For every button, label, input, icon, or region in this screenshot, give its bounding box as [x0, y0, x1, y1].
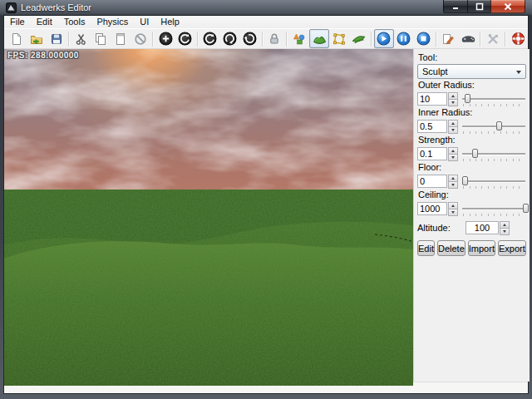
import-button[interactable]: Import — [468, 240, 495, 256]
tool-dropdown[interactable]: Sculpt — [417, 64, 526, 79]
inner-radius-row — [417, 119, 526, 134]
rotate-view-icon — [178, 32, 192, 46]
rotate-view-button[interactable] — [175, 29, 195, 48]
menu-physics[interactable]: Physics — [91, 16, 134, 28]
orbit-view-1-button[interactable] — [200, 29, 220, 48]
save-button[interactable] — [47, 29, 66, 48]
floor-label: Floor: — [418, 162, 526, 172]
close-icon — [501, 1, 515, 12]
maximize-button[interactable] — [468, 0, 490, 13]
objects-button[interactable] — [289, 29, 309, 48]
slider-ticks — [463, 214, 525, 216]
minimize-button[interactable] — [443, 0, 468, 13]
menu-bar: File Edit Tools Physics UI Help — [4, 16, 528, 28]
spinner-up-button[interactable] — [448, 175, 458, 181]
spinner-up-button[interactable] — [448, 202, 458, 209]
app-window: Leadwerks Editor File Edit Tools Physics… — [0, 0, 532, 399]
floor-input[interactable] — [417, 175, 447, 188]
game-controller-icon — [461, 32, 475, 46]
copy-button[interactable] — [91, 29, 111, 48]
menu-ui[interactable]: UI — [134, 16, 155, 28]
triangle-down-icon — [503, 230, 506, 233]
menu-tools[interactable]: Tools — [58, 16, 91, 28]
slider-thumb[interactable] — [465, 94, 470, 103]
strength-slider[interactable] — [461, 147, 526, 161]
spinner-down-button[interactable] — [448, 209, 458, 216]
pause-button[interactable] — [394, 29, 414, 48]
lock-icon — [268, 32, 281, 46]
cancel-button[interactable] — [131, 29, 150, 48]
ceiling-slider[interactable] — [461, 202, 526, 216]
terrain-scene — [4, 49, 413, 386]
menu-help[interactable]: Help — [155, 16, 185, 28]
add-view-button[interactable] — [155, 29, 175, 48]
help-lifesaver-icon — [511, 32, 525, 46]
triangle-down-icon — [451, 156, 455, 159]
close-button[interactable] — [490, 0, 525, 13]
slider-thumb[interactable] — [523, 204, 529, 213]
save-icon — [50, 32, 63, 46]
viewport-3d[interactable]: FPS: 288.000000 — [4, 49, 413, 382]
orbit-view-2-button[interactable] — [220, 29, 240, 48]
spinner-up-button[interactable] — [448, 147, 458, 154]
slider-track — [462, 98, 525, 101]
terrain-sculpt-button[interactable] — [309, 29, 329, 48]
paste-button[interactable] — [111, 29, 131, 48]
inner-radius-slider[interactable] — [461, 120, 526, 134]
inner-radius-input[interactable] — [417, 120, 447, 133]
edit-button[interactable]: Edit — [417, 240, 435, 256]
vegetation-button[interactable] — [349, 29, 369, 48]
toolbar-separator — [197, 32, 199, 47]
stop-button[interactable] — [414, 29, 434, 48]
help-button[interactable] — [508, 29, 528, 48]
slider-track — [462, 180, 525, 183]
slider-ticks — [463, 186, 525, 189]
triangle-up-icon — [503, 224, 506, 226]
spinner-up-button[interactable] — [448, 92, 458, 99]
floor-slider[interactable] — [461, 175, 526, 189]
lock-button[interactable] — [265, 29, 285, 48]
outer-radius-input[interactable] — [417, 92, 447, 106]
spinner-down-button[interactable] — [448, 99, 458, 106]
delete-button[interactable]: Delete — [437, 240, 466, 256]
open-button[interactable] — [27, 29, 47, 48]
outer-radius-slider[interactable] — [461, 92, 526, 106]
spinner-up-button[interactable] — [500, 221, 510, 228]
tool-label: Tool: — [418, 52, 526, 62]
slider-ticks — [463, 104, 525, 106]
game-controller-button[interactable] — [458, 29, 478, 48]
fps-counter: FPS: 288.000000 — [7, 51, 79, 60]
new-file-button[interactable] — [7, 29, 27, 48]
menu-file[interactable]: File — [4, 16, 31, 28]
slider-thumb[interactable] — [472, 149, 478, 158]
path-nodes-button[interactable] — [329, 29, 349, 48]
slider-track — [462, 208, 525, 210]
cut-button[interactable] — [71, 29, 91, 48]
slider-thumb[interactable] — [462, 176, 468, 185]
spinner-down-button[interactable] — [500, 228, 510, 235]
play-button[interactable] — [374, 29, 394, 48]
orbit-view-1-icon — [203, 32, 217, 46]
copy-icon — [94, 32, 107, 46]
path-nodes-icon — [332, 32, 346, 46]
inner-radius-spinner — [448, 120, 458, 134]
strength-input[interactable] — [417, 147, 447, 160]
slider-track — [462, 126, 525, 128]
script-edit-button[interactable] — [439, 29, 459, 48]
spinner-down-button[interactable] — [448, 181, 458, 189]
ceiling-spinner — [448, 202, 458, 216]
menu-edit[interactable]: Edit — [31, 16, 58, 28]
spinner-up-button[interactable] — [448, 120, 458, 126]
export-button[interactable]: Export — [498, 240, 526, 256]
slider-thumb[interactable] — [496, 121, 502, 131]
toolbar — [4, 28, 528, 49]
triangle-down-icon — [451, 211, 455, 214]
build-tools-button[interactable] — [483, 29, 503, 48]
spinner-down-button[interactable] — [448, 154, 458, 161]
spinner-down-button[interactable] — [448, 126, 458, 134]
ceiling-input[interactable] — [417, 202, 447, 215]
altitude-spinner — [500, 221, 510, 235]
orbit-view-2-icon — [223, 32, 237, 46]
altitude-input[interactable] — [466, 221, 499, 234]
orbit-view-3-button[interactable] — [240, 29, 260, 48]
